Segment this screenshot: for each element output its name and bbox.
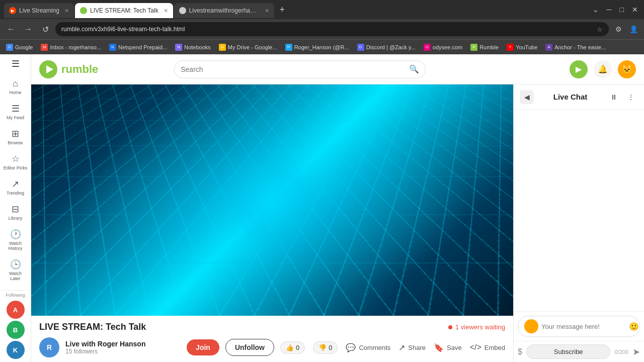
chat-pause-button[interactable]: ⏸: [607, 90, 621, 104]
maximize-button[interactable]: □: [618, 4, 626, 16]
share-button[interactable]: ↗ Share: [398, 343, 426, 352]
chat-messages: [514, 110, 644, 311]
sidebar-editor-label: Editor Picks: [4, 165, 28, 170]
sidebar-library-label: Library: [9, 216, 23, 221]
bookmark-inbox-label: Inbox - rogerhanso...: [50, 44, 101, 50]
tab2-close[interactable]: ✕: [164, 8, 168, 14]
share-label: Share: [408, 344, 426, 351]
star-icon[interactable]: ☆: [597, 26, 603, 33]
bookmark-anchor[interactable]: A Anchor - The easie...: [543, 43, 608, 52]
channel-followers: 15 followers: [65, 348, 181, 355]
back-button[interactable]: ←: [4, 22, 18, 36]
reload-button[interactable]: ↺: [38, 22, 52, 36]
close-button[interactable]: ✕: [630, 4, 640, 16]
bookmark-rumble[interactable]: R Rumble: [468, 43, 501, 52]
tab-2[interactable]: LIVE STREAM: Tech Talk ✕: [75, 3, 173, 18]
forward-button[interactable]: →: [21, 22, 35, 36]
like-button[interactable]: 👍 0: [280, 341, 305, 354]
bookmark-drive-label: My Drive - Google...: [228, 44, 277, 50]
send-icon[interactable]: ➤: [632, 346, 640, 357]
netspend-favicon: N: [109, 44, 116, 51]
bookmark-youtube[interactable]: Y YouTube: [505, 43, 539, 52]
sidebar-following-section: Following A B K: [0, 290, 31, 362]
channel-avatar[interactable]: R: [39, 337, 59, 357]
chat-title: Live Chat: [538, 93, 603, 101]
video-container[interactable]: [31, 84, 513, 316]
new-tab-button[interactable]: +: [275, 3, 289, 17]
sidebar-item-editor-picks[interactable]: ☆ Editor Picks: [2, 150, 30, 173]
comments-button[interactable]: 💬 Comments: [346, 343, 390, 352]
search-input[interactable]: [181, 65, 405, 73]
sidebar-item-browse[interactable]: ⊞ Browse: [2, 125, 30, 148]
sidebar-feed-label: My Feed: [7, 115, 24, 120]
sidebar-item-trending[interactable]: ↗ Trending: [2, 175, 30, 199]
content-area: LIVE STREAM: Tech Talk 1 viewers waiting…: [31, 84, 644, 362]
chat-input-row: 🙂: [518, 316, 640, 337]
chevron-down-icon[interactable]: ⌄: [591, 4, 601, 16]
following-avatar-3[interactable]: K: [7, 341, 25, 359]
tab-3[interactable]: Livestreamwithrogerhanso... ✕: [174, 3, 274, 18]
chat-user-avatar: [524, 319, 538, 333]
sidebar-item-my-feed[interactable]: ☰ My Feed: [2, 100, 30, 123]
bookmark-youtube-label: YouTube: [516, 44, 537, 50]
bookmark-notebooks[interactable]: N Notebooks: [173, 43, 213, 52]
following-avatar-1[interactable]: A: [7, 301, 25, 319]
menu-button[interactable]: ☰: [7, 58, 25, 69]
bookmark-inbox[interactable]: M Inbox - rogerhanso...: [39, 43, 103, 52]
tab2-label: LIVE STREAM: Tech Talk: [90, 7, 158, 14]
dislike-button[interactable]: 👎 0: [313, 341, 338, 354]
tab1-close[interactable]: ✕: [64, 8, 69, 14]
go-live-icon: ▶: [576, 64, 582, 74]
library-icon: ⊟: [12, 204, 19, 215]
sidebar-item-watch-later[interactable]: 🕒 Watch Later: [2, 256, 30, 284]
bookmark-discord[interactable]: D Discord | @Zack y...: [355, 43, 418, 52]
profile-button[interactable]: 👤: [627, 23, 640, 36]
video-title-row: LIVE STREAM: Tech Talk 1 viewers waiting: [39, 322, 505, 332]
subscribe-button[interactable]: Subscribe: [526, 344, 611, 359]
video-overlay: [31, 84, 513, 316]
sidebar-history-label: Watch History: [4, 241, 28, 251]
sidebar-item-library[interactable]: ⊟ Library: [2, 201, 30, 224]
save-label: Save: [447, 344, 462, 351]
embed-button[interactable]: </> Embed: [470, 343, 505, 352]
bookmarks-bar: G Google M Inbox - rogerhanso... N Netsp…: [0, 39, 644, 54]
tab3-close[interactable]: ✕: [265, 8, 269, 14]
address-bar[interactable]: rumble.com/v3xh9i6-live-stream-tech-talk…: [55, 22, 609, 36]
inbox-favicon: M: [41, 44, 48, 51]
video-player: [31, 84, 513, 316]
logo[interactable]: rumble: [39, 60, 98, 78]
save-button[interactable]: 🔖 Save: [434, 343, 462, 352]
share-icon: ↗: [398, 343, 405, 352]
user-avatar[interactable]: 🐱: [618, 60, 636, 78]
collapse-icon: ◀: [524, 93, 530, 101]
sidebar-item-watch-history[interactable]: 🕐 Watch History: [2, 226, 30, 254]
go-live-button[interactable]: ▶: [570, 60, 588, 78]
chat-input[interactable]: [541, 323, 626, 330]
tab-1[interactable]: ▶ Live Streaming ✕: [4, 3, 74, 18]
search-icon[interactable]: 🔍: [409, 64, 419, 74]
chat-header: ◀ Live Chat ⏸ ⋮: [514, 84, 644, 110]
bookmark-netspend[interactable]: N Netspend Prepaid...: [107, 43, 169, 52]
chat-collapse-button[interactable]: ◀: [520, 90, 534, 104]
following-avatar-2[interactable]: B: [7, 321, 25, 339]
chat-more-button[interactable]: ⋮: [624, 90, 638, 104]
embed-label: Embed: [485, 344, 505, 351]
bookmark-roger[interactable]: R Roger_Hanson (@R...: [283, 43, 351, 52]
bookmark-drive[interactable]: D My Drive - Google...: [217, 43, 279, 52]
unfollow-button[interactable]: Unfollow: [225, 339, 274, 356]
bookmark-odysee[interactable]: O odysee.com: [422, 43, 464, 52]
channel-info: Live with Roger Hanson 15 followers: [65, 340, 181, 355]
extensions-button[interactable]: ⚙: [612, 23, 625, 36]
notifications-button[interactable]: 🔔: [594, 60, 612, 78]
sidebar-item-home[interactable]: ⌂ Home: [2, 75, 30, 98]
join-button[interactable]: Join: [187, 339, 219, 355]
emoji-button[interactable]: 🙂: [629, 322, 639, 331]
window-controls: ⌄ ─ □ ✕: [591, 4, 640, 16]
chat-subscribe-row: $ Subscribe 0/200 ➤: [514, 341, 644, 362]
minimize-button[interactable]: ─: [605, 4, 614, 16]
bookmark-google[interactable]: G Google: [4, 43, 35, 52]
home-icon: ⌂: [13, 78, 18, 89]
search-bar[interactable]: 🔍: [174, 60, 426, 78]
drive-favicon: D: [219, 44, 226, 51]
tab3-favicon: [179, 7, 186, 14]
